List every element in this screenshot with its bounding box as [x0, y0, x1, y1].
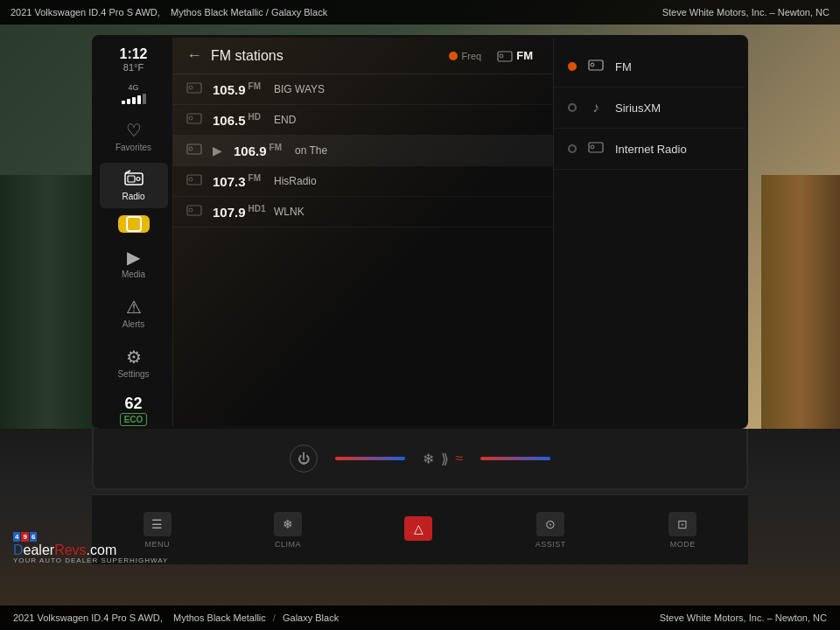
header-car-info: 2021 Volkswagen ID.4 Pro S AWD, Mythos B… [10, 7, 327, 18]
clima-button[interactable]: ❄ CLIMA [274, 512, 302, 549]
dealer-d: D [13, 542, 24, 557]
mode-button[interactable]: ⊡ MODE [668, 512, 696, 549]
fm-source: FM [497, 49, 533, 62]
station-row-4[interactable]: 107.3FM HisRadio [173, 166, 553, 197]
seat-left [0, 175, 96, 429]
back-button[interactable]: ← [186, 46, 202, 65]
section-title: FM stations [211, 48, 433, 64]
caption-left: 2021 Volkswagen ID.4 Pro S AWD, Mythos B… [13, 612, 339, 623]
settings-label: Settings [117, 369, 149, 379]
station-row-5[interactable]: 107.9HD1 WLNK [173, 197, 553, 228]
station-type-5: HD1 [248, 204, 266, 214]
yellow-square-widget [118, 215, 150, 233]
station-name-4: HisRadio [274, 175, 317, 187]
header-left-text: 2021 Volkswagen ID.4 Pro S AWD, [10, 7, 160, 18]
station-icon-2 [186, 112, 204, 128]
internet-dot [568, 144, 577, 153]
station-name-2: END [274, 114, 296, 126]
svg-point-6 [500, 54, 503, 58]
fm-dot [568, 62, 577, 71]
bar-5 [143, 94, 146, 104]
dealer-ealer: ealer [24, 542, 55, 557]
temp-strip-2 [480, 457, 550, 460]
clima-icon: ❄ [274, 512, 302, 536]
num-6: 6 [30, 532, 37, 542]
power-button[interactable]: ⏻ [290, 444, 318, 472]
network-label: 4G [128, 83, 138, 92]
radio-label: Radio [122, 192, 144, 201]
svg-point-2 [136, 178, 140, 181]
station-freq-5: 107.9HD1 [213, 204, 274, 220]
watermark-numbers: 4 9 6 [13, 532, 37, 542]
physical-controls: ⏻ ❄ ⟫ ≈ [92, 429, 748, 490]
source-selector: Freq FM [433, 47, 540, 65]
caption-color: Mythos Black Metallic [173, 612, 266, 623]
infotainment-screen: 1:12 81°F 4G ♡ Favorites [92, 35, 748, 429]
temperature-display: 81°F [119, 62, 147, 73]
heat-icon[interactable]: ≈ [456, 451, 464, 467]
internet-radio-icon [587, 141, 605, 157]
bar-1 [122, 101, 125, 104]
internet-label: Internet Radio [615, 143, 687, 156]
nav-media[interactable]: ▶ Media [100, 240, 168, 286]
station-row-2[interactable]: 106.5HD END [173, 105, 553, 136]
svg-point-20 [591, 145, 594, 149]
mode-label: MODE [670, 540, 696, 549]
vent-controls: ❄ ⟫ ≈ [423, 451, 464, 467]
alerts-label: Alerts [122, 319, 145, 329]
caption-car: 2021 Volkswagen ID.4 Pro S AWD, [13, 612, 163, 623]
svg-point-16 [189, 208, 192, 212]
svg-point-14 [189, 178, 192, 181]
header-bar: 2021 Volkswagen ID.4 Pro S AWD, Mythos B… [0, 0, 840, 24]
station-freq-4: 107.3FM [213, 173, 274, 189]
fm-camera-icon [587, 59, 605, 74]
assist-label: ASSIST [536, 540, 566, 549]
freq-option[interactable]: Freq [440, 47, 491, 65]
speed-eco-area: 62 ECO [120, 395, 148, 426]
station-row-1[interactable]: 105.9FM BIG WAYS [173, 74, 553, 105]
fan-icon[interactable]: ⟫ [441, 451, 449, 467]
num-9: 9 [21, 532, 28, 542]
station-type-1: FM [248, 81, 261, 91]
nav-favorites[interactable]: ♡ Favorites [100, 113, 168, 159]
dealerrevs-watermark: 4 9 6 DealerRevs.com Your Auto Dealer Su… [13, 532, 168, 564]
nav-alerts[interactable]: ⚠ Alerts [100, 290, 168, 336]
mode-icon: ⊡ [668, 512, 696, 536]
favorites-label: Favorites [116, 143, 151, 152]
station-name-5: WLNK [274, 206, 304, 218]
media-label: Media [122, 270, 145, 279]
assist-button[interactable]: ⊙ ASSIST [536, 512, 566, 549]
nav-radio[interactable]: Radio [100, 163, 168, 208]
svg-rect-1 [128, 176, 135, 182]
station-name-1: BIG WAYS [274, 83, 325, 95]
main-content-area: ← FM stations Freq FM [173, 38, 553, 426]
header-color-text: Mythos Black Metallic / Galaxy Black [171, 7, 327, 18]
station-row-3[interactable]: ▶ 106.9FM on The [173, 136, 553, 166]
assist-icon: ⊙ [536, 512, 564, 536]
hazard-button[interactable]: △ [404, 516, 432, 544]
svg-point-12 [189, 147, 192, 150]
caption-dealer: Steve White Motors, Inc. – Newton, NC [660, 612, 827, 623]
nav-settings[interactable]: ⚙ Settings [100, 340, 168, 386]
caption-sep: / [273, 612, 278, 623]
svg-point-8 [189, 86, 192, 89]
sirius-label: SiriusXM [615, 102, 661, 115]
svg-rect-4 [127, 217, 141, 231]
station-type-4: FM [248, 173, 261, 183]
station-freq-3: 106.9FM [234, 143, 295, 158]
settings-icon: ⚙ [126, 346, 142, 368]
source-internet[interactable]: Internet Radio [554, 129, 746, 170]
station-name-3: on The [295, 144, 327, 157]
svg-point-18 [591, 63, 594, 66]
clock-display: 1:12 [119, 46, 147, 62]
station-type-2: HD [248, 112, 261, 122]
fm-label: FM [516, 49, 533, 62]
station-freq-2: 106.5HD [213, 112, 274, 128]
source-fm[interactable]: FM [554, 46, 746, 88]
dealer-revs: Revs [54, 542, 86, 557]
alerts-icon: ⚠ [126, 297, 142, 318]
bar-2 [127, 99, 130, 104]
station-icon-3 [186, 143, 204, 158]
source-siriusxm[interactable]: ♪ SiriusXM [554, 88, 746, 129]
vent-left-icon[interactable]: ❄ [423, 451, 434, 467]
